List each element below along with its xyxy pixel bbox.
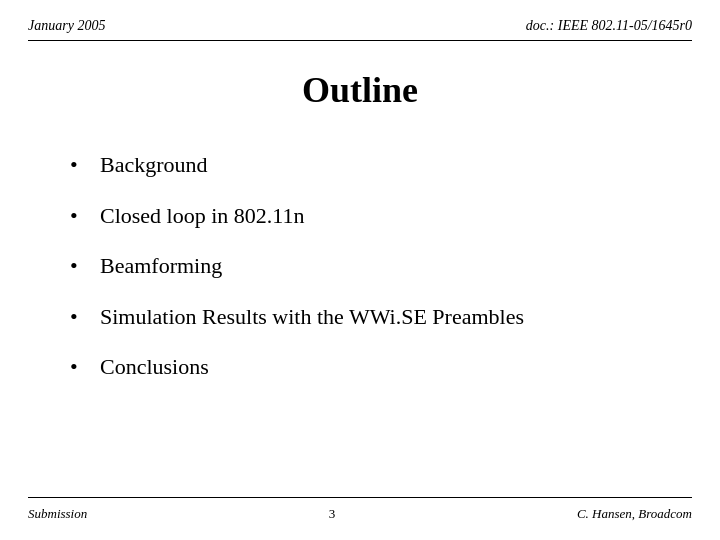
bullet-text: Simulation Results with the WWi.SE Pream… [100,303,524,332]
header: January 2005 doc.: IEEE 802.11-05/1645r0 [0,0,720,34]
list-item: •Beamforming [70,252,640,281]
title-section: Outline [0,69,720,111]
content-section: •Background•Closed loop in 802.11n•Beamf… [0,151,720,382]
list-item: •Conclusions [70,353,640,382]
footer-author: C. Hansen, Broadcom [577,506,692,522]
footer-submission: Submission [28,506,87,522]
footer-divider [28,497,692,498]
bullet-dot: • [70,252,88,281]
bullet-dot: • [70,202,88,231]
list-item: •Simulation Results with the WWi.SE Prea… [70,303,640,332]
slide: January 2005 doc.: IEEE 802.11-05/1645r0… [0,0,720,540]
bullet-text: Closed loop in 802.11n [100,202,305,231]
bullet-text: Conclusions [100,353,209,382]
header-doc: doc.: IEEE 802.11-05/1645r0 [526,18,692,34]
bullet-text: Background [100,151,208,180]
bullet-dot: • [70,151,88,180]
bullet-dot: • [70,353,88,382]
list-item: •Background [70,151,640,180]
header-divider [28,40,692,41]
list-item: •Closed loop in 802.11n [70,202,640,231]
bullet-list: •Background•Closed loop in 802.11n•Beamf… [70,151,640,382]
footer-page: 3 [329,506,336,522]
footer: Submission 3 C. Hansen, Broadcom [0,506,720,522]
slide-title: Outline [302,70,418,110]
bullet-dot: • [70,303,88,332]
header-date: January 2005 [28,18,105,34]
bullet-text: Beamforming [100,252,222,281]
